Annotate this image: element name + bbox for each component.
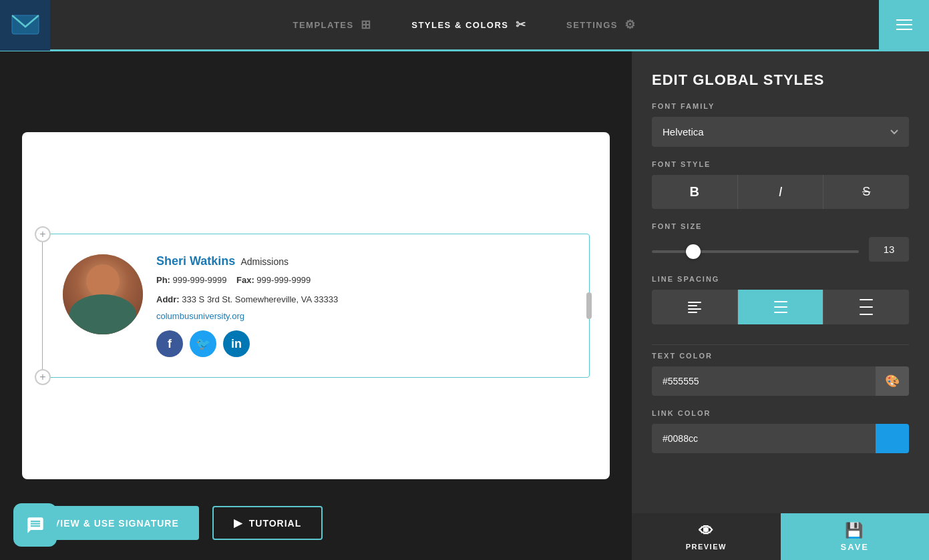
strikethrough-button[interactable]: S (823, 175, 909, 209)
tutorial-button[interactable]: ▶ TUTORIAL (212, 506, 323, 540)
text-color-picker-button[interactable]: 🎨 (876, 366, 909, 396)
signature-card: + Sheri Watkins Admissions Ph: 999-999- (22, 132, 610, 479)
font-size-section: FONT SIZE 13 (632, 222, 929, 275)
spacing-medium-button[interactable] (737, 290, 823, 324)
link-color-input[interactable]: #0088cc (652, 424, 876, 453)
text-color-section: TEXT COLOR #555555 🎨 (632, 352, 929, 409)
styles-icon: ✂ (516, 17, 527, 32)
right-panel: EDIT GLOBAL STYLES FONT FAMILY Helvetica… (632, 51, 929, 560)
spacing-tight-button[interactable] (652, 290, 737, 324)
link-color-label: LINK COLOR (652, 409, 909, 417)
link-color-row: #0088cc (652, 424, 909, 453)
view-use-button[interactable]: VIEW & USE SIGNATURE (33, 506, 199, 540)
bold-button[interactable]: B (652, 175, 737, 209)
facebook-icon[interactable]: f (156, 330, 183, 357)
save-button[interactable]: 💾 SAVE (781, 513, 930, 560)
font-size-slider[interactable] (652, 250, 859, 253)
addr-label: Addr: (156, 294, 180, 304)
line-spacing-buttons (652, 290, 909, 324)
sig-avatar (63, 254, 143, 334)
add-block-top-button[interactable]: + (35, 226, 51, 242)
fax-label: Fax: (236, 275, 254, 285)
text-color-row: #555555 🎨 (652, 366, 909, 396)
preview-label: PREVIEW (686, 543, 727, 551)
spacing-loose-button[interactable] (823, 290, 909, 324)
font-style-buttons: B I S (652, 175, 909, 209)
sig-url[interactable]: columbusuniversity.org (156, 311, 338, 321)
address-value: 333 S 3rd St. Somewhereville, VA 33333 (182, 294, 338, 304)
left-panel: + Sheri Watkins Admissions Ph: 999-999- (0, 51, 632, 560)
resize-handle[interactable] (586, 292, 592, 319)
font-style-section: FONT STYLE B I S (632, 160, 929, 222)
sig-name: Sheri Watkins (156, 254, 235, 268)
save-icon: 💾 (845, 522, 864, 539)
font-size-row: 13 (652, 237, 909, 262)
linkedin-icon[interactable]: in (223, 330, 250, 357)
bottom-bar: 👁 PREVIEW 💾 SAVE (632, 513, 929, 560)
templates-icon: ⊞ (361, 17, 372, 32)
fax-value: 999-999-9999 (256, 275, 311, 285)
nav-templates[interactable]: TEMPLATES ⊞ (293, 17, 371, 32)
sig-info: Sheri Watkins Admissions Ph: 999-999-999… (156, 254, 338, 358)
nav-settings-label: SETTINGS (566, 20, 618, 30)
line-spacing-section: LINE SPACING (632, 275, 929, 338)
sig-social: f 🐦 in (156, 330, 338, 357)
italic-button[interactable]: I (737, 175, 823, 209)
palette-icon: 🎨 (885, 374, 900, 388)
line-spacing-label: LINE SPACING (652, 275, 909, 283)
nav-settings[interactable]: SETTINGS ⚙ (566, 17, 636, 32)
font-family-section: FONT FAMILY Helvetica Arial Georgia Time… (632, 102, 929, 160)
hamburger-menu[interactable] (879, 0, 929, 51)
top-nav: TEMPLATES ⊞ STYLES & COLORS ✂ SETTINGS ⚙ (0, 0, 929, 51)
preview-button[interactable]: 👁 PREVIEW (632, 513, 781, 560)
save-label: SAVE (841, 542, 869, 552)
nav-items: TEMPLATES ⊞ STYLES & COLORS ✂ SETTINGS ⚙ (50, 17, 879, 32)
panel-title: EDIT GLOBAL STYLES (632, 51, 929, 102)
font-family-select[interactable]: Helvetica Arial Georgia Times New Roman … (652, 117, 909, 147)
signature-inner: + Sheri Watkins Admissions Ph: 999-999- (42, 234, 590, 378)
chat-icon (26, 516, 45, 535)
loose-lines-icon (860, 299, 873, 315)
text-color-label: TEXT COLOR (652, 352, 909, 360)
phone-label: Ph: (156, 275, 170, 285)
sig-title: Admissions (240, 256, 289, 267)
strike-icon: S (862, 185, 870, 198)
tutorial-label: TUTORIAL (249, 518, 302, 529)
main-content: + Sheri Watkins Admissions Ph: 999-999- (0, 51, 929, 560)
nav-logo (0, 0, 50, 51)
sig-address-line: Addr: 333 S 3rd St. Somewhereville, VA 3… (156, 292, 338, 307)
twitter-icon[interactable]: 🐦 (190, 330, 216, 357)
nav-styles[interactable]: STYLES & COLORS ✂ (411, 17, 526, 32)
text-color-input[interactable]: #555555 (652, 366, 876, 396)
link-color-section: LINK COLOR #0088cc (632, 409, 929, 467)
medium-lines-icon (774, 301, 787, 313)
add-block-bottom-button[interactable]: + (35, 369, 51, 385)
hamburger-icon (896, 19, 912, 30)
sig-name-line: Sheri Watkins Admissions (156, 254, 338, 268)
divider (652, 344, 909, 345)
phone-value: 999-999-9999 (173, 275, 227, 285)
play-icon: ▶ (234, 517, 242, 529)
font-size-label: FONT SIZE (652, 222, 909, 230)
settings-icon: ⚙ (624, 17, 636, 32)
eye-icon: 👁 (699, 523, 715, 540)
chat-bubble[interactable] (13, 503, 57, 547)
nav-templates-label: TEMPLATES (293, 20, 353, 30)
link-color-picker-button[interactable] (876, 424, 909, 453)
nav-styles-label: STYLES & COLORS (411, 20, 508, 30)
view-use-label: VIEW & USE SIGNATURE (53, 518, 179, 529)
slider-wrap (652, 244, 859, 256)
font-size-input[interactable]: 13 (869, 237, 909, 262)
font-family-label: FONT FAMILY (652, 102, 909, 110)
sig-content: Sheri Watkins Admissions Ph: 999-999-999… (63, 254, 569, 358)
sig-contact: Ph: 999-999-9999 Fax: 999-999-9999 (156, 272, 338, 288)
avatar-image (63, 254, 143, 334)
font-style-label: FONT STYLE (652, 160, 909, 168)
bottom-buttons: VIEW & USE SIGNATURE ▶ TUTORIAL (33, 506, 323, 540)
tight-lines-icon (688, 302, 701, 313)
